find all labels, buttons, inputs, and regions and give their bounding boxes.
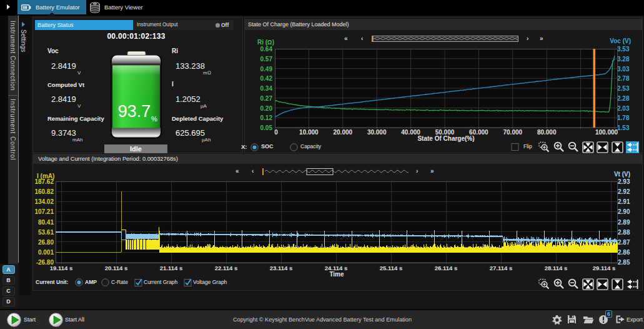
svg-text:%: %	[151, 115, 157, 123]
svg-text:93.7: 93.7	[118, 102, 151, 121]
